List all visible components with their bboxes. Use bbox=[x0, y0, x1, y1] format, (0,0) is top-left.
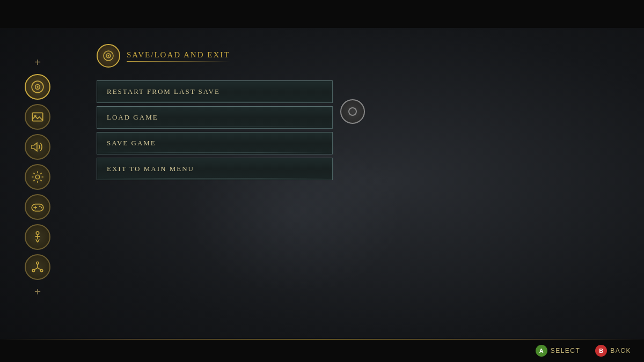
sidebar-item-save-load[interactable] bbox=[25, 74, 50, 100]
speaker-icon bbox=[31, 140, 45, 154]
svg-point-7 bbox=[39, 206, 41, 208]
disc-header-icon bbox=[102, 49, 115, 62]
restart-button[interactable]: RESTART FROM LAST SAVE bbox=[97, 80, 333, 103]
svg-point-8 bbox=[41, 207, 42, 209]
gear-icon bbox=[31, 170, 45, 184]
network-icon bbox=[31, 260, 45, 274]
image-icon bbox=[31, 110, 45, 124]
section-title: SAVE/LOAD AND EXIT bbox=[127, 50, 230, 60]
sidebar-item-settings[interactable] bbox=[25, 164, 50, 190]
main-content: SAVE/LOAD AND EXIT RESTART FROM LAST SAV… bbox=[75, 28, 644, 339]
sidebar-plus-bottom[interactable]: + bbox=[30, 284, 45, 299]
svg-point-5 bbox=[35, 175, 40, 179]
menu-items-container: RESTART FROM LAST SAVE LOAD GAME SAVE GA… bbox=[97, 80, 333, 180]
svg-point-10 bbox=[36, 262, 39, 264]
gamepad-icon bbox=[31, 200, 45, 214]
top-bar bbox=[0, 0, 644, 28]
sidebar-plus-top[interactable]: + bbox=[30, 55, 45, 70]
section-header: SAVE/LOAD AND EXIT bbox=[97, 44, 623, 68]
select-label: SELECT bbox=[551, 347, 581, 354]
b-button: B bbox=[595, 345, 607, 357]
section-title-wrap: SAVE/LOAD AND EXIT bbox=[127, 50, 230, 62]
controller-indicator-inner bbox=[348, 107, 357, 116]
svg-point-15 bbox=[108, 55, 109, 57]
sidebar-item-gallery[interactable] bbox=[25, 104, 50, 130]
sidebar-item-network[interactable] bbox=[25, 254, 50, 280]
back-action: B BACK bbox=[595, 345, 631, 357]
exit-to-main-menu-button[interactable]: EXIT TO MAIN MENU bbox=[97, 158, 333, 180]
back-label: BACK bbox=[610, 347, 631, 354]
svg-point-2 bbox=[36, 86, 38, 87]
sidebar-item-audio[interactable] bbox=[25, 134, 50, 160]
bottom-bar: A SELECT B BACK bbox=[0, 339, 644, 362]
person-icon bbox=[31, 230, 45, 244]
a-button: A bbox=[536, 345, 547, 357]
select-action: A SELECT bbox=[536, 345, 581, 357]
header-divider bbox=[127, 61, 230, 62]
sidebar-item-accessibility[interactable] bbox=[25, 224, 50, 250]
section-header-icon bbox=[97, 44, 120, 68]
controller-indicator bbox=[340, 99, 365, 124]
sidebar-item-controller[interactable] bbox=[25, 194, 50, 220]
sidebar: + bbox=[0, 28, 75, 339]
load-game-button[interactable]: LOAD GAME bbox=[97, 106, 333, 129]
save-game-button[interactable]: SAVE GAME bbox=[97, 132, 333, 154]
svg-rect-3 bbox=[32, 113, 43, 121]
svg-point-9 bbox=[36, 232, 39, 234]
disc-icon bbox=[31, 80, 45, 94]
